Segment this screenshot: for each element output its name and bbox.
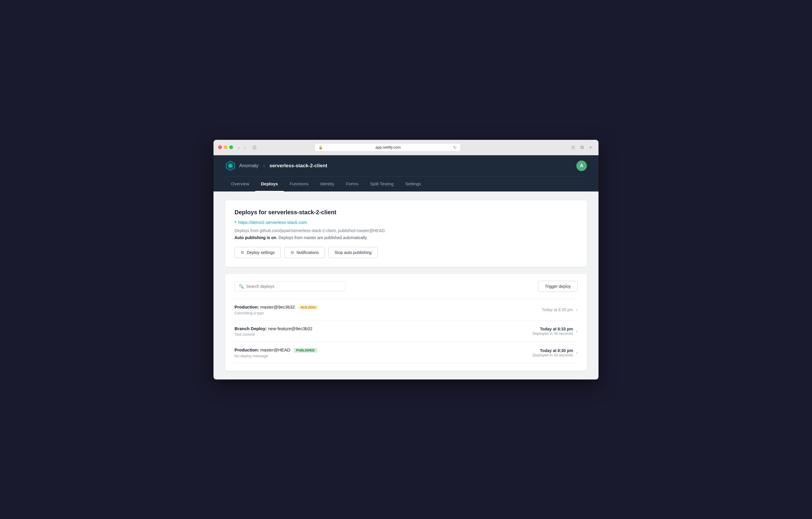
nav-item-settings[interactable]: Settings (399, 176, 427, 191)
nav-buttons: ‹ › (236, 144, 247, 150)
brand-name[interactable]: Anomaly (239, 163, 258, 169)
nav-item-identity[interactable]: Identity (314, 176, 340, 191)
avatar[interactable]: A (576, 161, 587, 171)
browser-actions: ⎙ ⧉ + (570, 144, 594, 151)
deploy-branch: master@HEAD (260, 347, 290, 352)
header-top: Anomaly › serverless-stack-2-client A (225, 155, 587, 176)
deploy-time-wrapper: Today at 8:35 pm (542, 307, 573, 312)
url-text[interactable]: app.netlify.com (325, 145, 451, 149)
chevron-right-icon: › (576, 329, 578, 334)
search-input[interactable] (246, 284, 341, 289)
deploy-right: Today at 8:33 pm Deployed in 39 seconds … (532, 327, 578, 336)
notifications-button[interactable]: Notifications (284, 247, 325, 258)
card-actions: Deploy settings Notifications Stop auto … (234, 247, 578, 258)
tab-button[interactable]: ⊡ (251, 144, 258, 151)
deploy-time: Today at 8:30 pm (532, 348, 573, 353)
minimize-button[interactable] (224, 145, 228, 149)
card-title: Deploys for serverless-stack-2-client (234, 209, 578, 216)
deploy-message: No deploy message (234, 354, 317, 358)
app: Anomaly › serverless-stack-2-client A Ov… (213, 155, 599, 380)
deploy-left: Production: master@HEAD PUBLISHED No dep… (234, 347, 317, 358)
deploy-source-text: Deploys from github.com/jayair/serverles… (234, 228, 578, 233)
chevron-right-icon: › (576, 350, 578, 355)
deploy-type: Production: (234, 304, 259, 309)
trigger-deploy-button[interactable]: Trigger deploy (538, 281, 578, 292)
deploy-title: Production: master@HEAD PUBLISHED (234, 347, 317, 353)
deploy-right: Today at 8:30 pm Deployed in 43 seconds … (532, 348, 578, 357)
nav-item-split-testing[interactable]: Split Testing (364, 176, 400, 191)
deploy-type: Branch Deploy: (234, 326, 267, 331)
auto-publishing-text: Auto publishing is on. Deploys from mast… (234, 235, 578, 240)
nav-item-forms[interactable]: Forms (340, 176, 364, 191)
forward-button[interactable]: › (243, 144, 248, 150)
site-url-link[interactable]: https://demo2.serverless-stack.com (234, 219, 578, 225)
breadcrumb-separator: › (263, 163, 265, 169)
netlify-logo[interactable] (225, 161, 236, 171)
search-bar: 🔍 (234, 281, 345, 291)
site-name: serverless-stack-2-client (269, 163, 327, 169)
maximize-button[interactable] (229, 145, 233, 149)
nav-item-deploys[interactable]: Deploys (255, 176, 284, 191)
add-tab-button[interactable]: + (588, 144, 594, 151)
status-badge: PUBLISHED (294, 348, 317, 353)
deploy-row[interactable]: Branch Deploy: new-feature@9ec3b32 Test … (234, 321, 578, 342)
chevron-right-icon: › (576, 307, 578, 312)
deploy-list: Production: master@9ec3b32 BUILDING Comm… (234, 299, 578, 364)
deploy-duration: Deployed in 39 seconds (532, 331, 573, 336)
auto-publishing-suffix: . Deploys from master are published auto… (276, 235, 368, 240)
deploy-title: Branch Deploy: new-feature@9ec3b32 (234, 326, 312, 331)
deploy-left: Branch Deploy: new-feature@9ec3b32 Test … (234, 326, 312, 336)
main-content: Deploys for serverless-stack-2-client ht… (213, 191, 599, 380)
auto-publishing-status: Auto publishing is on (234, 235, 276, 240)
stop-auto-publishing-button[interactable]: Stop auto publishing (328, 247, 378, 258)
deploy-row[interactable]: Production: master@HEAD PUBLISHED No dep… (234, 342, 578, 364)
traffic-lights (218, 145, 233, 149)
share-button[interactable]: ⎙ (570, 144, 576, 151)
status-badge: BUILDING (298, 305, 319, 310)
deploy-branch: new-feature@9ec3b32 (268, 326, 312, 331)
reload-button[interactable]: ↻ (453, 145, 457, 150)
deploy-time: Today at 8:33 pm (532, 327, 573, 331)
deploy-title: Production: master@9ec3b32 BUILDING (234, 304, 319, 310)
search-icon: 🔍 (239, 284, 244, 289)
deploy-type: Production: (234, 347, 259, 352)
deploys-header: 🔍 Trigger deploy (234, 281, 578, 292)
deploy-row[interactable]: Production: master@9ec3b32 BUILDING Comm… (234, 299, 578, 321)
header-left: Anomaly › serverless-stack-2-client (225, 161, 327, 171)
back-button[interactable]: ‹ (236, 144, 241, 150)
deploy-time-wrapper: Today at 8:33 pm Deployed in 39 seconds (532, 327, 573, 336)
header: Anomaly › serverless-stack-2-client A Ov… (213, 155, 599, 191)
deploy-settings-button[interactable]: Deploy settings (234, 247, 281, 258)
deploy-branch: master@9ec3b32 (260, 304, 295, 309)
deploy-time: Today at 8:35 pm (542, 307, 573, 312)
deploy-duration: Deployed in 43 seconds (532, 353, 573, 357)
lock-icon: 🔒 (319, 145, 323, 149)
main-nav: Overview Deploys Functions Identity Form… (225, 176, 587, 191)
deploy-info-card: Deploys for serverless-stack-2-client ht… (225, 200, 587, 267)
nav-item-overview[interactable]: Overview (225, 176, 255, 191)
deploy-time-wrapper: Today at 8:30 pm Deployed in 43 seconds (532, 348, 573, 357)
nav-item-functions[interactable]: Functions (284, 176, 314, 191)
deploy-left: Production: master@9ec3b32 BUILDING Comm… (234, 304, 319, 315)
deploys-list-card: 🔍 Trigger deploy Production: master@9ec3… (225, 274, 587, 371)
address-bar: 🔒 app.netlify.com ↻ (315, 143, 461, 152)
browser-chrome: ‹ › ⊡ 🔒 app.netlify.com ↻ ⎙ ⧉ + (213, 140, 599, 155)
deploy-message: Commiting a typo (234, 311, 319, 315)
deploy-message: Test commit (234, 332, 312, 336)
close-button[interactable] (218, 145, 222, 149)
browser-window: ‹ › ⊡ 🔒 app.netlify.com ↻ ⎙ ⧉ + (213, 140, 599, 380)
deploy-right: Today at 8:35 pm › (542, 307, 578, 312)
window-button[interactable]: ⧉ (579, 144, 585, 151)
